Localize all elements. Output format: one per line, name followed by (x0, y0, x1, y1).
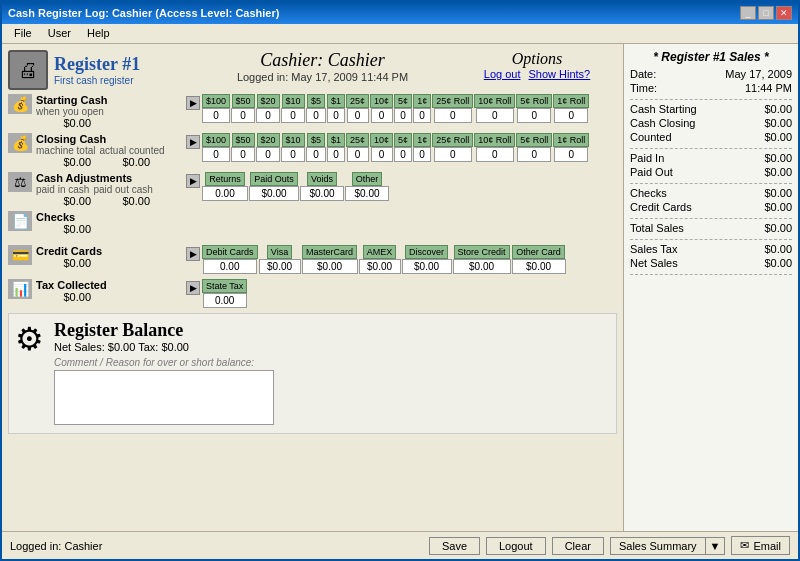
right-credit-cards-label: Credit Cards (630, 201, 692, 213)
starting-cash-label: Starting Cash (36, 94, 108, 106)
tax-collected-row: 📊 Tax Collected $0.00 ▶ State Tax (8, 279, 617, 309)
cc-visa-input[interactable] (259, 259, 301, 274)
sc-10r-input[interactable] (476, 108, 514, 123)
sc-25r-input[interactable] (434, 108, 472, 123)
email-label: Email (753, 540, 781, 552)
sales-summary-dropdown: Sales Summary ▼ (610, 537, 726, 555)
right-credit-cards-value: $0.00 (764, 201, 792, 213)
starting-cash-arrow[interactable]: ▶ (186, 96, 200, 110)
tax-grid: State Tax (202, 279, 247, 308)
checks-label: Checks (36, 211, 91, 223)
right-cash-starting-value: $0.00 (764, 103, 792, 115)
sc-5-input[interactable] (306, 108, 326, 123)
starting-cash-grid: $100 $50 $20 (202, 94, 589, 123)
cc-other-input[interactable] (512, 259, 566, 274)
menu-help[interactable]: Help (79, 26, 118, 41)
sc-10c: 10¢ (370, 94, 393, 123)
credit-cards-value: $0.00 (36, 257, 91, 269)
cc-1cr-input[interactable] (554, 147, 588, 162)
cc-debit-input[interactable] (203, 259, 257, 274)
hints-link[interactable]: Show Hints? (528, 68, 590, 80)
minimize-button[interactable]: _ (740, 6, 756, 20)
cc-10r-input[interactable] (476, 147, 514, 162)
checks-icon: 📄 (8, 211, 32, 231)
cc-1c-input[interactable] (413, 147, 431, 162)
cc-20-input[interactable] (256, 147, 280, 162)
cc-25c-input[interactable] (347, 147, 369, 162)
cc-storecredit-input[interactable] (453, 259, 511, 274)
adj-paidouts-input[interactable] (249, 186, 299, 201)
sc-10-input[interactable] (281, 108, 305, 123)
right-cash-closing: Cash Closing $0.00 (630, 117, 792, 129)
checks-label-area: 📄 Checks $0.00 (8, 211, 186, 235)
cc-5c-input[interactable] (394, 147, 412, 162)
comment-textarea[interactable] (54, 370, 274, 425)
logout-button[interactable]: Logout (486, 537, 546, 555)
right-paid-out: Paid Out $0.00 (630, 166, 792, 178)
sales-summary-button[interactable]: Sales Summary (610, 537, 705, 555)
adj-sub2: paid out cash (93, 184, 153, 195)
closing-cash-arrow[interactable]: ▶ (186, 135, 200, 149)
credit-cards-arrow[interactable]: ▶ (186, 247, 200, 261)
maximize-button[interactable]: □ (758, 6, 774, 20)
right-divider-2 (630, 148, 792, 149)
credit-cards-label-area: 💳 Credit Cards $0.00 (8, 245, 186, 269)
tax-value: $0.00 (36, 291, 91, 303)
right-time-row: Time: 11:44 PM (630, 82, 792, 94)
sc-1-input[interactable] (327, 108, 345, 123)
adj-other-input[interactable] (345, 186, 389, 201)
save-button[interactable]: Save (429, 537, 480, 555)
sc-100: $100 (202, 94, 230, 123)
menu-user[interactable]: User (40, 26, 79, 41)
status-logged-in: Logged in: Cashier (10, 540, 102, 552)
cc-25r-input[interactable] (434, 147, 472, 162)
cc-1-input[interactable] (327, 147, 345, 162)
right-paid-in: Paid In $0.00 (630, 152, 792, 164)
cash-adj-arrow[interactable]: ▶ (186, 174, 200, 188)
cc-50-input[interactable] (231, 147, 255, 162)
closing-value2: $0.00 (95, 156, 150, 168)
right-divider-5 (630, 239, 792, 240)
right-paid-in-label: Paid In (630, 152, 664, 164)
right-paid-in-value: $0.00 (764, 152, 792, 164)
right-net-sales: Net Sales $0.00 (630, 257, 792, 269)
right-checks-value: $0.00 (764, 187, 792, 199)
sc-25c-input[interactable] (347, 108, 369, 123)
sc-1cr-input[interactable] (554, 108, 588, 123)
credit-cards-label: Credit Cards (36, 245, 102, 257)
sc-20-input[interactable] (256, 108, 280, 123)
sales-summary-arrow[interactable]: ▼ (705, 537, 726, 555)
sc-20: $20 (256, 94, 280, 123)
sc-100-input[interactable] (202, 108, 230, 123)
clear-button[interactable]: Clear (552, 537, 604, 555)
adj-voids-input[interactable] (300, 186, 344, 201)
adj-returns-input[interactable] (202, 186, 248, 201)
right-divider-3 (630, 183, 792, 184)
cc-10c-input[interactable] (371, 147, 393, 162)
sc-5r-input[interactable] (517, 108, 551, 123)
email-button[interactable]: ✉ Email (731, 536, 790, 555)
register-subtitle: First cash register (54, 75, 140, 86)
register-icon: 🖨 (8, 50, 48, 90)
cc-mc-input[interactable] (302, 259, 358, 274)
menu-file[interactable]: File (6, 26, 40, 41)
close-button[interactable]: ✕ (776, 6, 792, 20)
sc-1c-input[interactable] (413, 108, 431, 123)
cc-10-input[interactable] (281, 147, 305, 162)
tax-state-input[interactable] (203, 293, 247, 308)
cc-5-input[interactable] (306, 147, 326, 162)
tax-arrow[interactable]: ▶ (186, 281, 200, 295)
cc-5r-input[interactable] (517, 147, 551, 162)
right-total-sales: Total Sales $0.00 (630, 222, 792, 234)
cc-amex-input[interactable] (359, 259, 401, 274)
sc-1c: 1¢ (413, 94, 431, 123)
sc-10c-input[interactable] (371, 108, 393, 123)
logout-link[interactable]: Log out (484, 68, 521, 80)
cc-discover-input[interactable] (402, 259, 452, 274)
sc-5c-input[interactable] (394, 108, 412, 123)
cc-100-input[interactable] (202, 147, 230, 162)
cash-adjustments-row: ⚖ Cash Adjustments paid in cash paid out… (8, 172, 617, 207)
sc-50-input[interactable] (231, 108, 255, 123)
right-total-sales-value: $0.00 (764, 222, 792, 234)
adj-sub1: paid in cash (36, 184, 89, 195)
